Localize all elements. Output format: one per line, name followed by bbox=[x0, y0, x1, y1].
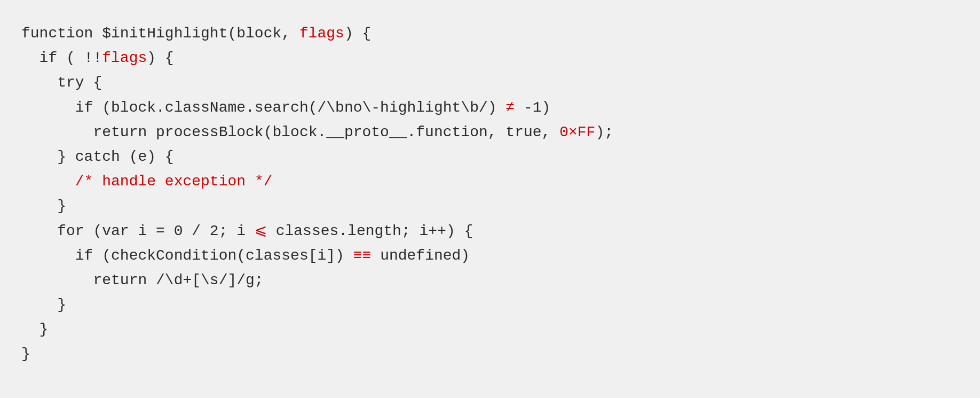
code-token: } bbox=[21, 321, 48, 338]
code-block: function $initHighlight(block, flags) { … bbox=[21, 21, 959, 367]
code-line: } catch (e) { bbox=[21, 145, 959, 169]
code-token: ≡ bbox=[353, 247, 362, 264]
code-token: return processBlock(block.__proto__.func… bbox=[21, 124, 559, 141]
code-token: } bbox=[21, 346, 30, 362]
code-line: return /\d+[\s/]/g; bbox=[21, 268, 959, 293]
code-token: } catch (e) { bbox=[21, 149, 174, 165]
code-token: 0×FF bbox=[559, 124, 595, 141]
code-token: if (block.className.search(/\bno\-highli… bbox=[21, 99, 505, 116]
code-token: flags bbox=[299, 25, 344, 42]
code-token: -1) bbox=[515, 99, 550, 116]
code-token bbox=[21, 173, 75, 190]
code-token: ≡ bbox=[362, 247, 372, 264]
code-token: } bbox=[21, 296, 66, 313]
code-line: /* handle exception */ bbox=[21, 169, 959, 194]
code-line: try { bbox=[21, 71, 959, 95]
code-line: } bbox=[21, 342, 959, 366]
code-line: } bbox=[21, 317, 959, 342]
code-token: ≠ bbox=[505, 99, 515, 116]
code-token: } bbox=[21, 198, 66, 214]
code-token: if ( !! bbox=[21, 50, 102, 66]
code-token: classes.length; i++) { bbox=[267, 223, 473, 239]
code-token: try { bbox=[21, 74, 102, 91]
code-token: return /\d+[\s/]/g; bbox=[21, 272, 264, 288]
code-container: function $initHighlight(block, flags) { … bbox=[0, 0, 980, 398]
code-token: function $initHighlight(block, bbox=[21, 25, 299, 42]
code-line: if (checkCondition(classes[i]) ≡≡ undefi… bbox=[21, 244, 959, 268]
code-token: for (var i = 0 / 2; i bbox=[21, 223, 255, 239]
code-line: } bbox=[21, 293, 959, 317]
code-token: ⩽ bbox=[255, 223, 267, 239]
code-line: } bbox=[21, 194, 959, 218]
code-line: function $initHighlight(block, flags) { bbox=[21, 21, 959, 46]
code-token: ); bbox=[595, 124, 613, 141]
code-token: ) { bbox=[344, 25, 371, 42]
code-line: return processBlock(block.__proto__.func… bbox=[21, 120, 959, 145]
code-token: undefined) bbox=[371, 247, 470, 264]
code-line: if (block.className.search(/\bno\-highli… bbox=[21, 96, 959, 120]
code-token: ) { bbox=[147, 50, 173, 66]
code-line: if ( !!flags) { bbox=[21, 46, 959, 71]
code-line: for (var i = 0 / 2; i ⩽ classes.length; … bbox=[21, 219, 959, 244]
code-token: flags bbox=[102, 50, 147, 66]
code-token: if (checkCondition(classes[i]) bbox=[21, 247, 353, 264]
code-token: /* handle exception */ bbox=[75, 173, 273, 190]
